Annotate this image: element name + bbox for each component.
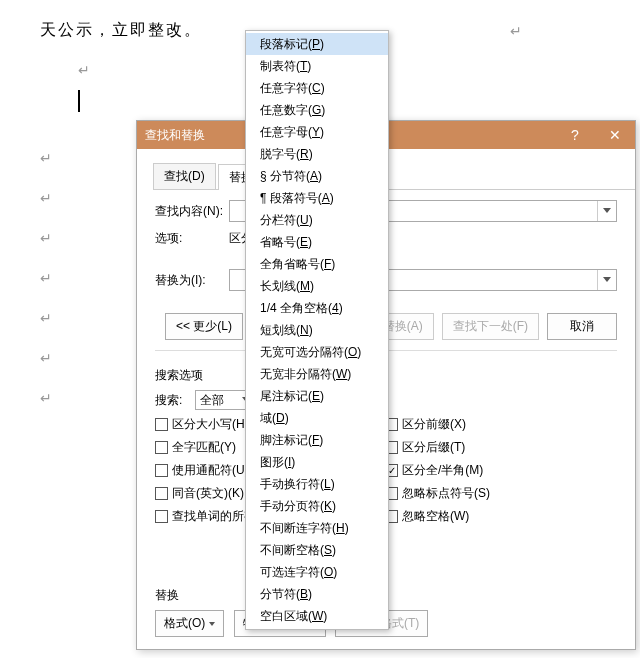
checkbox-label: 区分全/半角(M) bbox=[402, 462, 483, 479]
checkbox-label: 区分大小写(H) bbox=[172, 416, 249, 433]
special-format-menu: 段落标记(P)制表符(T)任意字符(C)任意数字(G)任意字母(Y)脱字号(R)… bbox=[245, 30, 389, 630]
paragraph-mark-icon: ↵ bbox=[510, 23, 522, 39]
find-label: 查找内容(N): bbox=[155, 203, 229, 220]
chevron-down-icon[interactable] bbox=[603, 277, 611, 282]
chevron-down-icon[interactable] bbox=[603, 208, 611, 213]
menu-item[interactable]: 空白区域(W) bbox=[246, 605, 388, 627]
paragraph-mark-icon: ↵ bbox=[78, 62, 90, 78]
paragraph-mark-icon: ↵ bbox=[40, 350, 52, 366]
less-button[interactable]: << 更少(L) bbox=[165, 313, 243, 340]
paragraph-mark-icon: ↵ bbox=[40, 230, 52, 246]
menu-item[interactable]: 任意数字(G) bbox=[246, 99, 388, 121]
menu-item[interactable]: § 分节符(A) bbox=[246, 165, 388, 187]
checkbox-row[interactable]: 区分全/半角(M) bbox=[385, 462, 617, 479]
checkbox-row[interactable]: 区分后缀(T) bbox=[385, 439, 617, 456]
paragraph-mark-icon: ↵ bbox=[40, 310, 52, 326]
dialog-title: 查找和替换 bbox=[145, 127, 205, 144]
menu-item[interactable]: 尾注标记(E) bbox=[246, 385, 388, 407]
menu-item[interactable]: 域(D) bbox=[246, 407, 388, 429]
options-label: 选项: bbox=[155, 230, 229, 247]
menu-item[interactable]: 分栏符(U) bbox=[246, 209, 388, 231]
cancel-button[interactable]: 取消 bbox=[547, 313, 617, 340]
menu-item[interactable]: 脚注标记(F) bbox=[246, 429, 388, 451]
checkbox-label: 忽略空格(W) bbox=[402, 508, 469, 525]
menu-item[interactable]: 任意字符(C) bbox=[246, 77, 388, 99]
menu-item[interactable]: 1/4 全角空格(4) bbox=[246, 297, 388, 319]
checkbox[interactable] bbox=[155, 510, 168, 523]
paragraph-mark-icon: ↵ bbox=[40, 150, 52, 166]
checkbox[interactable] bbox=[155, 441, 168, 454]
menu-item[interactable]: 全角省略号(F) bbox=[246, 253, 388, 275]
menu-item[interactable]: 脱字号(R) bbox=[246, 143, 388, 165]
tab-find[interactable]: 查找(D) bbox=[153, 163, 216, 189]
checkbox-label: 区分后缀(T) bbox=[402, 439, 465, 456]
check-col-right: 区分前缀(X)区分后缀(T)区分全/半角(M)忽略标点符号(S)忽略空格(W) bbox=[385, 416, 617, 531]
menu-item[interactable]: 无宽非分隔符(W) bbox=[246, 363, 388, 385]
menu-item[interactable]: 图形(I) bbox=[246, 451, 388, 473]
checkbox-label: 忽略标点符号(S) bbox=[402, 485, 490, 502]
dialog-tabs: 查找(D) 替换(P) bbox=[153, 163, 635, 190]
find-next-button[interactable]: 查找下一处(F) bbox=[442, 313, 539, 340]
menu-item[interactable]: 任意字母(Y) bbox=[246, 121, 388, 143]
menu-item[interactable]: 手动分页符(K) bbox=[246, 495, 388, 517]
menu-item[interactable]: 长划线(M) bbox=[246, 275, 388, 297]
checkbox[interactable] bbox=[155, 464, 168, 477]
text-cursor bbox=[78, 90, 80, 112]
menu-item[interactable]: 分节符(B) bbox=[246, 583, 388, 605]
paragraph-mark-icon: ↵ bbox=[40, 190, 52, 206]
search-direction-label: 搜索: bbox=[155, 392, 195, 409]
checkbox-label: 区分前缀(X) bbox=[402, 416, 466, 433]
paragraph-mark-icon: ↵ bbox=[40, 270, 52, 286]
menu-item[interactable]: 手动换行符(L) bbox=[246, 473, 388, 495]
menu-item[interactable]: 不间断连字符(H) bbox=[246, 517, 388, 539]
replace-label: 替换为(I): bbox=[155, 272, 229, 289]
help-button[interactable]: ? bbox=[555, 121, 595, 149]
chevron-down-icon bbox=[209, 622, 215, 626]
paragraph-mark-icon: ↵ bbox=[40, 390, 52, 406]
format-dropdown[interactable]: 格式(O) bbox=[155, 610, 224, 637]
checkbox-label: 使用通配符(U) bbox=[172, 462, 249, 479]
search-direction-value: 全部 bbox=[200, 393, 224, 407]
menu-item[interactable]: 段落标记(P) bbox=[246, 33, 388, 55]
menu-item[interactable]: 短划线(N) bbox=[246, 319, 388, 341]
checkbox-label: 全字匹配(Y) bbox=[172, 439, 236, 456]
menu-item[interactable]: 无宽可选分隔符(O) bbox=[246, 341, 388, 363]
menu-item[interactable]: ¶ 段落符号(A) bbox=[246, 187, 388, 209]
checkbox-row[interactable]: 区分前缀(X) bbox=[385, 416, 617, 433]
menu-item[interactable]: 不间断空格(S) bbox=[246, 539, 388, 561]
format-label: 格式(O) bbox=[164, 615, 205, 632]
checkbox[interactable] bbox=[155, 418, 168, 431]
checkbox[interactable] bbox=[155, 487, 168, 500]
checkbox-row[interactable]: 忽略空格(W) bbox=[385, 508, 617, 525]
close-button[interactable]: ✕ bbox=[595, 121, 635, 149]
document-text: 天公示，立即整改。 bbox=[40, 20, 202, 41]
checkbox-row[interactable]: 忽略标点符号(S) bbox=[385, 485, 617, 502]
menu-item[interactable]: 省略号(E) bbox=[246, 231, 388, 253]
menu-item[interactable]: 可选连字符(O) bbox=[246, 561, 388, 583]
checkbox-label: 同音(英文)(K) bbox=[172, 485, 244, 502]
menu-item[interactable]: 制表符(T) bbox=[246, 55, 388, 77]
